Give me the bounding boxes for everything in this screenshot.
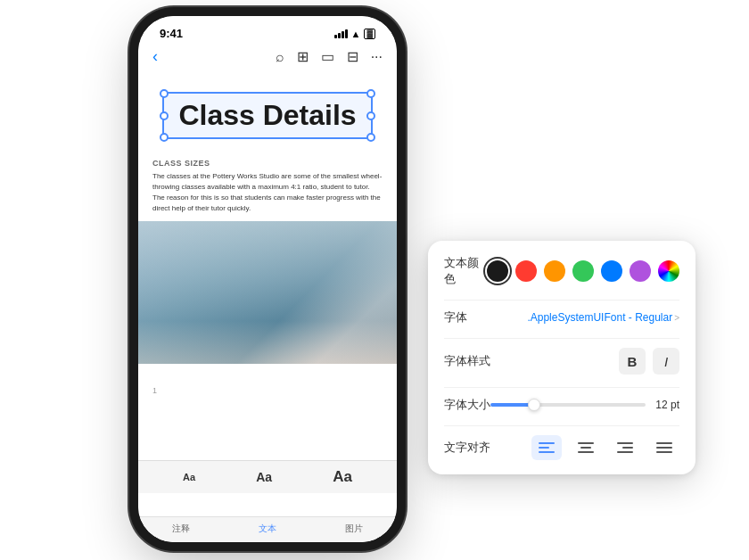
page-number: 1: [152, 386, 157, 395]
align-label: 文字对齐: [444, 440, 490, 456]
tab-annotation[interactable]: 注释: [172, 523, 190, 535]
font-size-label: 字体大小: [444, 397, 490, 413]
medium-aa-label: Aa: [256, 470, 272, 484]
battery-icon: ▓: [364, 29, 375, 39]
toolbar-large-aa[interactable]: Aa: [333, 468, 352, 486]
color-green[interactable]: [572, 260, 594, 282]
style-label: 字体样式: [444, 353, 490, 369]
font-size-row: 字体大小 12 pt: [444, 397, 679, 413]
font-size-value: 12 pt: [654, 399, 679, 411]
font-chevron: >: [674, 313, 679, 323]
align-center-icon: [578, 442, 594, 453]
handle-mid-left[interactable]: [160, 111, 169, 120]
selected-title-text: Class Details: [178, 99, 356, 131]
selected-text-area[interactable]: Class Details: [138, 92, 397, 139]
handle-mid-right[interactable]: [366, 111, 375, 120]
bold-button[interactable]: B: [619, 348, 646, 375]
toolbar-small-aa[interactable]: Aa: [183, 472, 195, 482]
color-swatches: [487, 260, 679, 282]
divider-4: [444, 425, 679, 426]
handle-top-left[interactable]: [160, 89, 169, 98]
slider-thumb[interactable]: [528, 399, 540, 411]
color-rainbow[interactable]: [658, 260, 679, 282]
style-row: 字体样式 B I: [444, 348, 679, 375]
search-icon[interactable]: ⌕: [276, 49, 284, 65]
small-aa-label: Aa: [183, 472, 195, 482]
divider-1: [444, 300, 679, 301]
align-justify-icon: [656, 442, 672, 453]
book-icon[interactable]: ▭: [321, 48, 334, 65]
align-row: 文字对齐: [444, 435, 679, 460]
tab-image[interactable]: 图片: [345, 523, 363, 535]
status-bar: 9:41 ▲ ▓: [138, 16, 397, 44]
article-section: CLASS SIZES The classes at the Pottery W…: [152, 159, 383, 214]
article-image: [138, 221, 397, 364]
back-button[interactable]: ‹: [152, 47, 158, 66]
status-time: 9:41: [160, 27, 183, 40]
align-right-button[interactable]: [610, 435, 640, 460]
text-format-panel: 文本颜色 字体 .AppleSystemUIFont - Regular > 字…: [428, 241, 696, 474]
section-title: CLASS SIZES: [152, 159, 383, 168]
tab-bar: 注释 文本 图片: [138, 516, 397, 542]
phone-frame: 9:41 ▲ ▓ ‹ ⌕ ⊞ ▭ ⊟ ···: [138, 16, 397, 542]
phone-inner: 9:41 ▲ ▓ ‹ ⌕ ⊞ ▭ ⊟ ···: [138, 16, 397, 542]
font-row[interactable]: 字体 .AppleSystemUIFont - Regular >: [444, 309, 679, 325]
columns-icon[interactable]: ⊟: [347, 48, 358, 65]
image-overlay: [138, 221, 397, 364]
divider-2: [444, 338, 679, 339]
color-row: 文本颜色: [444, 255, 679, 287]
italic-button[interactable]: I: [653, 348, 679, 375]
divider-3: [444, 387, 679, 388]
font-label: 字体: [444, 309, 467, 325]
more-icon[interactable]: ···: [371, 49, 383, 65]
status-icons: ▲ ▓: [334, 29, 375, 39]
grid-icon[interactable]: ⊞: [297, 48, 309, 65]
color-red[interactable]: [515, 260, 537, 282]
align-center-button[interactable]: [571, 435, 601, 460]
nav-icons: ⌕ ⊞ ▭ ⊟ ···: [276, 48, 383, 65]
color-purple[interactable]: [630, 260, 651, 282]
align-justify-button[interactable]: [649, 435, 679, 460]
align-buttons: [531, 435, 679, 460]
handle-bottom-left[interactable]: [160, 133, 169, 142]
color-orange[interactable]: [544, 260, 565, 282]
color-black[interactable]: [487, 260, 508, 282]
toolbar-medium-aa[interactable]: Aa: [256, 470, 272, 484]
large-aa-label: Aa: [333, 468, 352, 486]
signal-icon: [334, 29, 348, 38]
font-size-slider[interactable]: [490, 403, 646, 407]
color-label: 文本颜色: [444, 255, 487, 287]
handle-top-right[interactable]: [366, 89, 375, 98]
style-buttons: B I: [619, 348, 679, 375]
bottom-toolbar: Aa Aa Aa: [138, 460, 397, 493]
handle-bottom-right[interactable]: [366, 133, 375, 142]
align-left-icon: [539, 442, 555, 453]
section-body: The classes at the Pottery Works Studio …: [152, 171, 383, 214]
tab-text[interactable]: 文本: [259, 523, 276, 535]
align-left-button[interactable]: [531, 435, 562, 460]
text-selection-box[interactable]: Class Details: [162, 92, 372, 139]
nav-bar: ‹ ⌕ ⊞ ▭ ⊟ ···: [138, 44, 397, 73]
font-name: .AppleSystemUIFont - Regular: [527, 311, 672, 324]
font-value[interactable]: .AppleSystemUIFont - Regular >: [527, 311, 679, 324]
color-blue[interactable]: [601, 260, 622, 282]
slider-row: 12 pt: [490, 399, 679, 411]
align-right-icon: [617, 442, 633, 453]
wifi-icon: ▲: [351, 29, 361, 39]
